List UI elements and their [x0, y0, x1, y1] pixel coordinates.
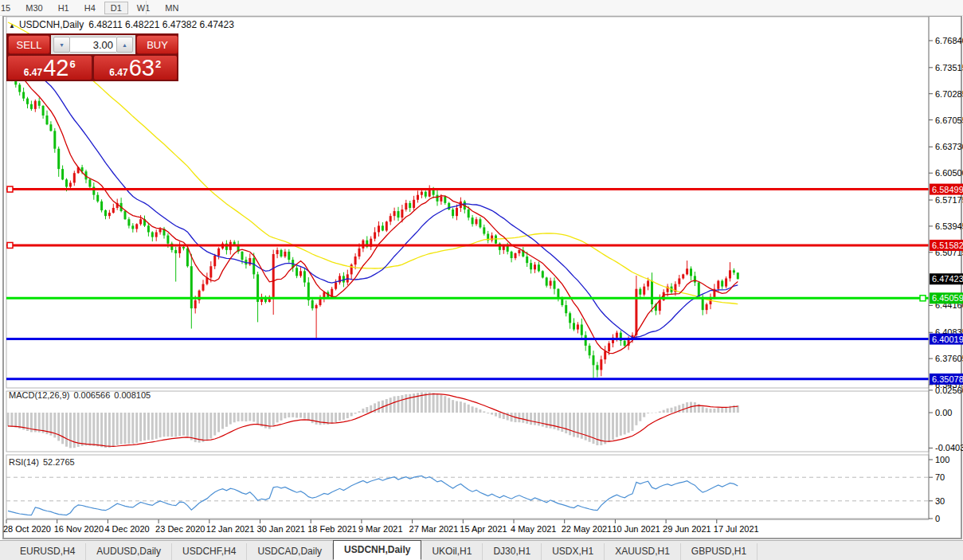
- timeframe-button-d1[interactable]: D1: [104, 2, 128, 14]
- tab-eurusd-h4[interactable]: EURUSD,H4: [10, 543, 86, 560]
- macd-histogram-bar: [358, 411, 361, 413]
- tab-xauusd-h1[interactable]: XAUUSD,H1: [605, 543, 681, 560]
- volume-increase-button[interactable]: ▲: [116, 37, 133, 53]
- candle-body: [721, 281, 723, 287]
- tab-gbpusd-h1[interactable]: GBPUSD,H1: [681, 543, 757, 560]
- candle-body: [319, 299, 322, 305]
- macd-histogram-bar: [393, 396, 396, 413]
- rsi-axis-label: 70: [935, 472, 945, 482]
- macd-histogram-bar: [225, 413, 228, 427]
- macd-histogram-bar: [710, 409, 712, 413]
- candle-body: [596, 365, 598, 370]
- macd-histogram-bar: [233, 413, 236, 422]
- macd-histogram-bar: [284, 413, 286, 418]
- tab-dj30-h1[interactable]: DJ30,H1: [483, 543, 542, 560]
- timeframe-button-m30[interactable]: M30: [19, 2, 49, 14]
- macd-histogram-bar: [256, 413, 259, 425]
- candle-body: [131, 225, 134, 229]
- candle-body: [444, 197, 446, 203]
- tab-usdx-h1[interactable]: USDX,H1: [542, 543, 605, 560]
- sell-price-point: 6: [69, 61, 75, 69]
- macd-histogram-bar: [651, 413, 653, 413]
- candle-body: [479, 219, 481, 227]
- hline-handle-icon[interactable]: [920, 296, 926, 301]
- macd-histogram-bar: [163, 413, 166, 437]
- candle-body: [252, 258, 255, 274]
- macd-histogram-bar: [10, 413, 13, 427]
- candle-body: [382, 225, 384, 230]
- hline-handle-icon[interactable]: [7, 242, 13, 248]
- macd-histogram-bar: [272, 413, 275, 425]
- candle-body: [213, 256, 216, 266]
- price-tick-label: 6.60500: [935, 168, 963, 178]
- macd-name: MACD(12,26,9): [9, 390, 69, 400]
- tab-audusd-daily[interactable]: AUDUSD,Daily: [86, 543, 172, 560]
- candle-body: [22, 92, 25, 98]
- timeframe-button-h1[interactable]: H1: [52, 2, 76, 14]
- panel-collapse-icon[interactable]: ▲: [9, 22, 15, 29]
- macd-histogram-bar: [554, 413, 556, 429]
- macd-histogram-bar: [518, 413, 520, 422]
- tab-usdcnh-daily[interactable]: USDCNH,Daily: [333, 540, 421, 560]
- macd-histogram-bar: [624, 413, 626, 434]
- macd-histogram-bar: [581, 413, 583, 439]
- hline-handle-icon[interactable]: [7, 186, 13, 192]
- volume-decrease-button[interactable]: ▼: [53, 37, 70, 53]
- candle-body: [354, 257, 357, 264]
- buy-button[interactable]: BUY: [136, 35, 178, 54]
- buy-price-quote[interactable]: 6.47632: [94, 56, 178, 80]
- macd-histogram-bar: [577, 413, 579, 437]
- date-tick-label: 17 Jul 2021: [714, 524, 759, 534]
- macd-histogram-bar: [178, 413, 181, 437]
- candle-body: [139, 219, 142, 224]
- candle-body: [581, 324, 583, 335]
- tab-usdchf-h4[interactable]: USDCHF,H4: [172, 543, 247, 560]
- macd-histogram-bar: [616, 413, 618, 437]
- macd-histogram-bar: [315, 413, 318, 425]
- candle-body: [124, 211, 127, 219]
- one-click-trading-panel: SELL ▼ ▲ BUY 6.47426 6.47632: [6, 33, 178, 81]
- macd-histogram-bar: [448, 397, 450, 413]
- buy-price-base: 6.47: [109, 66, 127, 79]
- candle-body: [69, 182, 72, 186]
- macd-histogram-bar: [366, 407, 368, 413]
- price-chart-canvas[interactable]: 6.768406.735156.702856.670556.637306.605…: [0, 0, 963, 560]
- timeframe-button-w1[interactable]: W1: [131, 2, 157, 14]
- macd-histogram-bar: [444, 396, 446, 413]
- candle-body: [635, 289, 637, 335]
- tab-usdcad-daily[interactable]: USDCAD,Daily: [247, 543, 333, 560]
- macd-histogram-bar: [131, 413, 134, 444]
- sell-price-quote[interactable]: 6.47426: [8, 56, 92, 80]
- candle-body: [358, 249, 361, 257]
- sell-price-base: 6.47: [24, 66, 42, 79]
- sell-button[interactable]: SELL: [8, 35, 50, 54]
- macd-histogram-bar: [81, 413, 84, 446]
- macd-histogram-bar: [479, 409, 481, 413]
- macd-histogram-bar: [155, 413, 158, 439]
- candle-body: [276, 250, 279, 254]
- tab-ukoil-h1[interactable]: UKOil,H1: [421, 543, 483, 560]
- macd-histogram-bar: [542, 413, 544, 427]
- macd-histogram-bar: [346, 413, 349, 418]
- candle-body: [178, 247, 181, 253]
- macd-axis-label: -0.040386: [935, 443, 963, 452]
- date-tick-label: 10 Jun 2021: [612, 524, 660, 534]
- candle-body: [61, 169, 64, 179]
- candle-body: [643, 287, 645, 295]
- macd-histogram-bar: [456, 401, 458, 413]
- timeframe-button-h4[interactable]: H4: [78, 2, 102, 14]
- volume-input[interactable]: [70, 37, 116, 53]
- macd-histogram-bar: [608, 413, 610, 442]
- timeframe-button-15[interactable]: 15: [0, 2, 17, 14]
- macd-histogram-bar: [538, 413, 540, 425]
- price-tick-label: 6.67055: [935, 116, 963, 125]
- timeframe-button-mn[interactable]: MN: [159, 2, 185, 14]
- macd-histogram-bar: [464, 403, 466, 413]
- candle-body: [397, 211, 400, 217]
- candle-body: [135, 224, 138, 229]
- macd-histogram-bar: [694, 402, 696, 413]
- candle-body: [476, 219, 478, 224]
- macd-histogram-bar: [671, 408, 673, 413]
- macd-histogram-bar: [593, 413, 595, 444]
- macd-histogram-bar: [495, 413, 497, 417]
